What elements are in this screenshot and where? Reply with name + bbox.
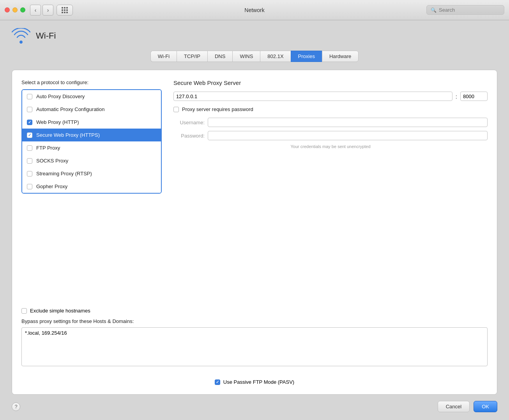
proxy-password-label: Proxy server requires password — [182, 106, 253, 112]
protocol-streaming[interactable]: Streaming Proxy (RTSP) — [22, 167, 161, 180]
protocol-web-http-label: Web Proxy (HTTP) — [36, 119, 79, 125]
ok-button[interactable]: OK — [474, 401, 497, 412]
server-port-input[interactable] — [460, 92, 488, 101]
protocol-secure-web[interactable]: Secure Web Proxy (HTTPS) — [22, 129, 161, 141]
grid-view-button[interactable] — [57, 5, 73, 16]
search-box[interactable]: 🔍 — [426, 5, 504, 15]
bottom-section: Exclude simple hostnames Bypass proxy se… — [21, 308, 488, 367]
bypass-label: Bypass proxy settings for these Hosts & … — [21, 318, 488, 324]
forward-button[interactable]: › — [42, 5, 53, 16]
main-content: Wi-Fi Wi-Fi TCP/IP DNS WINS 802.1X Proxi… — [0, 20, 509, 420]
cancel-button[interactable]: Cancel — [438, 401, 470, 412]
checkbox-gopher[interactable] — [27, 184, 32, 189]
wifi-icon — [12, 28, 30, 44]
checkbox-pasv[interactable] — [215, 379, 220, 385]
protocol-secure-web-label: Secure Web Proxy (HTTPS) — [36, 132, 100, 138]
protocol-web-http[interactable]: Web Proxy (HTTP) — [22, 116, 161, 129]
protocol-socks[interactable]: SOCKS Proxy — [22, 154, 161, 167]
checkbox-secure-web[interactable] — [27, 132, 32, 138]
tab-tcpip[interactable]: TCP/IP — [177, 51, 207, 62]
minimize-button[interactable] — [12, 7, 18, 12]
protocol-ftp-label: FTP Proxy — [36, 145, 60, 151]
footer-buttons: Cancel OK — [438, 401, 497, 412]
bypass-textarea[interactable]: *.local, 169.254/16 — [21, 327, 488, 366]
checkbox-web-http[interactable] — [27, 120, 32, 125]
back-button[interactable]: ‹ — [30, 5, 41, 16]
protocol-list: Auto Proxy Discovery Automatic Proxy Con… — [21, 89, 162, 194]
pasv-row: Use Passive FTP Mode (PASV) — [21, 379, 488, 385]
close-button[interactable] — [5, 7, 10, 12]
tab-dns[interactable]: DNS — [207, 51, 232, 62]
protocol-socks-label: SOCKS Proxy — [36, 158, 68, 164]
protocol-streaming-label: Streaming Proxy (RTSP) — [36, 171, 92, 176]
protocol-section-label: Select a protocol to configure: — [21, 79, 162, 85]
footer: ? Cancel OK — [12, 401, 497, 412]
password-label: Password: — [173, 133, 205, 139]
proxy-server-title: Secure Web Proxy Server — [173, 79, 488, 86]
tabs-row: Wi-Fi TCP/IP DNS WINS 802.1X Proxies Har… — [12, 51, 497, 62]
search-input[interactable] — [439, 7, 500, 13]
checkbox-socks[interactable] — [27, 158, 32, 164]
grid-icon — [62, 7, 68, 13]
protocol-auto-config-label: Automatic Proxy Configuration — [36, 106, 105, 112]
server-ip-input[interactable] — [173, 92, 452, 101]
protocol-auto-discovery[interactable]: Auto Proxy Discovery — [22, 90, 161, 103]
proxy-password-row[interactable]: Proxy server requires password — [173, 106, 488, 112]
tab-wins[interactable]: WINS — [232, 51, 260, 62]
password-input[interactable] — [208, 131, 488, 140]
protocol-ftp[interactable]: FTP Proxy — [22, 141, 161, 154]
tab-wifi[interactable]: Wi-Fi — [150, 51, 177, 62]
tab-hardware[interactable]: Hardware — [322, 51, 359, 62]
titlebar: ‹ › Network 🔍 — [0, 0, 509, 20]
port-separator: : — [456, 93, 457, 100]
traffic-lights — [5, 7, 25, 12]
wifi-header: Wi-Fi — [12, 28, 497, 44]
checkbox-ftp[interactable] — [27, 145, 32, 151]
checkbox-streaming[interactable] — [27, 171, 32, 176]
wifi-label: Wi-Fi — [36, 31, 56, 41]
pasv-label: Use Passive FTP Mode (PASV) — [223, 379, 294, 385]
username-row: Username: — [173, 118, 488, 127]
checkbox-exclude-hostnames[interactable] — [21, 308, 27, 314]
checkbox-auto-config[interactable] — [27, 107, 32, 112]
right-column: Secure Web Proxy Server : Proxy server r… — [173, 79, 488, 300]
window-title: Network — [244, 7, 264, 13]
nav-buttons: ‹ › — [30, 5, 53, 16]
username-label: Username: — [173, 120, 205, 125]
protocol-gopher[interactable]: Gopher Proxy — [22, 180, 161, 193]
tab-proxies[interactable]: Proxies — [291, 51, 322, 62]
panel-inner: Select a protocol to configure: Auto Pro… — [21, 79, 488, 300]
server-row: : — [173, 92, 488, 101]
checkbox-proxy-password[interactable] — [173, 107, 179, 112]
protocol-gopher-label: Gopher Proxy — [36, 184, 67, 189]
tab-8021x[interactable]: 802.1X — [260, 51, 290, 62]
search-icon: 🔍 — [431, 7, 437, 13]
username-input[interactable] — [208, 118, 488, 127]
left-column: Select a protocol to configure: Auto Pro… — [21, 79, 162, 300]
password-row: Password: — [173, 131, 488, 140]
exclude-row: Exclude simple hostnames — [21, 308, 488, 314]
protocol-auto-discovery-label: Auto Proxy Discovery — [36, 94, 85, 99]
maximize-button[interactable] — [20, 7, 25, 12]
exclude-label: Exclude simple hostnames — [30, 308, 90, 314]
settings-panel: Select a protocol to configure: Auto Pro… — [12, 70, 497, 395]
protocol-auto-config[interactable]: Automatic Proxy Configuration — [22, 103, 161, 116]
checkbox-auto-discovery[interactable] — [27, 94, 32, 99]
credentials-hint: Your credentials may be sent unencrypted — [173, 144, 488, 149]
help-button[interactable]: ? — [12, 402, 20, 411]
